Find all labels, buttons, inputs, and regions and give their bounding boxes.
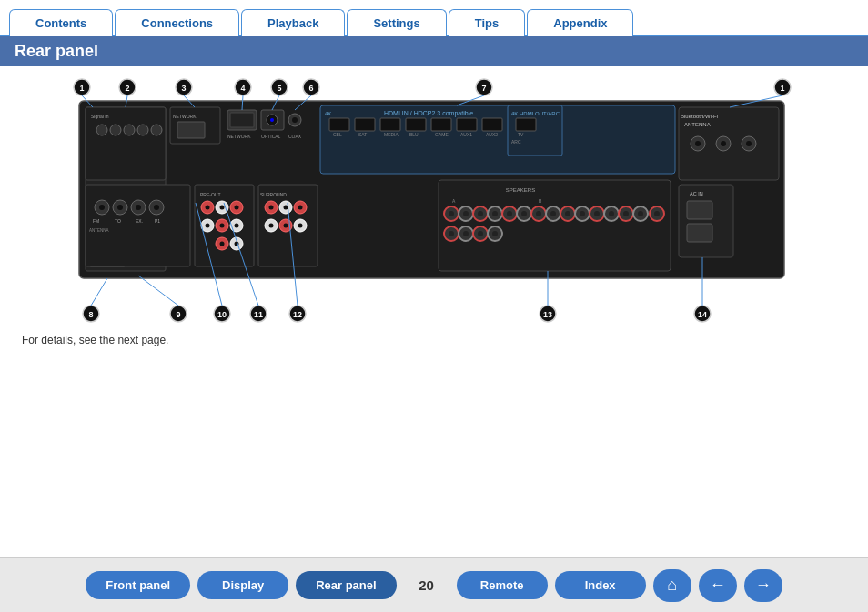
svg-line-185 <box>224 203 258 306</box>
svg-text:HDMI IN / HDCP2.3 compatible: HDMI IN / HDCP2.3 compatible <box>384 110 473 117</box>
svg-line-167 <box>272 95 279 110</box>
display-button[interactable]: Display <box>197 571 288 599</box>
index-button[interactable]: Index <box>555 571 646 599</box>
svg-point-115 <box>473 206 488 221</box>
tab-contents[interactable]: Contents <box>9 9 113 36</box>
svg-line-164 <box>242 95 243 110</box>
svg-point-78 <box>230 219 243 232</box>
svg-point-88 <box>279 201 292 214</box>
tab-tips[interactable]: Tips <box>449 9 526 36</box>
forward-button[interactable]: → <box>744 569 782 602</box>
svg-point-138 <box>575 206 590 221</box>
svg-point-55 <box>113 200 127 215</box>
svg-point-74 <box>201 219 214 232</box>
svg-point-97 <box>298 224 303 228</box>
svg-point-57 <box>131 200 146 215</box>
svg-rect-2 <box>89 216 126 266</box>
svg-point-114 <box>463 211 469 216</box>
svg-point-92 <box>265 219 278 232</box>
svg-text:1: 1 <box>79 84 84 93</box>
svg-text:ARC: ARC <box>511 139 521 145</box>
back-button[interactable]: ← <box>699 569 737 602</box>
svg-point-139 <box>580 211 585 216</box>
svg-text:TV: TV <box>518 132 524 137</box>
svg-point-183 <box>250 306 267 322</box>
svg-text:SURROUND: SURROUND <box>260 192 287 197</box>
rear-panel-button[interactable]: Rear panel <box>296 571 396 599</box>
svg-line-179 <box>138 276 178 306</box>
svg-point-73 <box>235 206 239 210</box>
svg-point-126 <box>463 231 469 236</box>
svg-text:3: 3 <box>181 84 186 93</box>
home-icon: ⌂ <box>667 576 677 595</box>
svg-point-47 <box>746 141 752 146</box>
svg-rect-20 <box>329 118 349 131</box>
svg-rect-23 <box>406 118 426 131</box>
svg-point-82 <box>230 237 243 250</box>
svg-text:P1: P1 <box>155 218 160 224</box>
svg-point-93 <box>269 224 274 228</box>
svg-line-173 <box>457 95 484 105</box>
svg-point-189 <box>540 306 556 322</box>
svg-rect-51 <box>687 224 712 242</box>
svg-text:GAME: GAME <box>435 132 449 137</box>
top-navigation: Contents Connections Playback Settings T… <box>0 0 868 36</box>
svg-point-72 <box>230 201 243 214</box>
svg-text:SAT: SAT <box>358 132 367 137</box>
svg-line-152 <box>82 95 93 107</box>
forward-icon: → <box>755 576 772 595</box>
svg-text:GND: GND <box>98 255 109 260</box>
svg-point-127 <box>473 226 488 241</box>
svg-text:2: 2 <box>125 84 129 93</box>
tab-settings[interactable]: Settings <box>347 9 446 36</box>
svg-point-121 <box>517 206 531 221</box>
svg-point-122 <box>521 211 527 216</box>
svg-text:Bluetooth/Wi-Fi: Bluetooth/Wi-Fi <box>681 114 718 119</box>
svg-text:11: 11 <box>254 310 263 319</box>
svg-point-102 <box>124 125 135 135</box>
svg-line-161 <box>184 95 195 107</box>
diagram-area: PHONO GND NETWORK OPTICAL COAX 4K HDMI I… <box>20 75 848 330</box>
tab-appendix[interactable]: Appendix <box>527 9 633 36</box>
svg-point-177 <box>170 306 187 322</box>
svg-point-60 <box>154 205 159 210</box>
svg-text:9: 9 <box>176 310 180 319</box>
svg-point-83 <box>235 242 239 246</box>
main-content: PHONO GND NETWORK OPTICAL COAX 4K HDMI I… <box>0 66 868 351</box>
svg-rect-24 <box>431 118 451 131</box>
svg-point-3 <box>98 221 116 239</box>
remote-button[interactable]: Remote <box>457 571 548 599</box>
svg-rect-17 <box>320 105 675 174</box>
tab-playback[interactable]: Playback <box>241 9 345 36</box>
home-button[interactable]: ⌂ <box>653 569 691 602</box>
svg-text:10: 10 <box>217 310 227 319</box>
svg-point-186 <box>289 306 306 322</box>
svg-point-174 <box>83 306 99 322</box>
svg-rect-66 <box>195 185 254 266</box>
svg-text:7: 7 <box>481 84 486 93</box>
tab-connections[interactable]: Connections <box>115 9 239 36</box>
svg-text:8: 8 <box>88 310 93 319</box>
svg-rect-0 <box>79 101 784 278</box>
svg-rect-26 <box>482 118 502 131</box>
svg-point-58 <box>136 205 141 210</box>
svg-point-137 <box>565 211 570 216</box>
svg-point-91 <box>298 206 303 210</box>
svg-line-176 <box>91 278 107 306</box>
svg-text:1: 1 <box>780 84 784 93</box>
svg-point-116 <box>478 211 483 216</box>
svg-text:NETWORK: NETWORK <box>173 114 197 119</box>
svg-text:5: 5 <box>277 84 281 93</box>
svg-point-45 <box>721 141 726 146</box>
svg-rect-7 <box>227 110 257 130</box>
front-panel-button[interactable]: Front panel <box>86 571 190 599</box>
svg-rect-10 <box>261 110 284 130</box>
svg-point-119 <box>502 206 517 221</box>
svg-text:ANTENNA: ANTENNA <box>89 228 109 233</box>
svg-point-130 <box>492 231 498 236</box>
svg-text:PHONO: PHONO <box>96 248 113 254</box>
svg-point-94 <box>279 219 292 232</box>
svg-point-103 <box>137 125 148 135</box>
svg-point-128 <box>478 231 483 236</box>
svg-point-69 <box>206 206 210 210</box>
